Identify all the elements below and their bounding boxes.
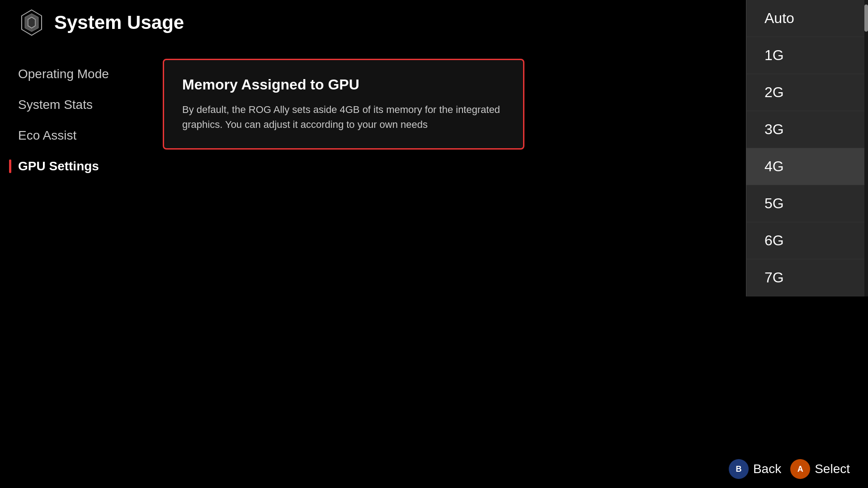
header: System Usage 98% — [0, 0, 868, 45]
sidebar-item-gpu-settings[interactable]: GPU Settings — [0, 151, 145, 182]
sidebar-item-operating-mode[interactable]: Operating Mode — [0, 59, 145, 89]
svg-marker-2 — [28, 17, 35, 28]
sidebar-item-system-stats[interactable]: System Stats — [0, 89, 145, 120]
memory-card: Memory Assigned to GPU By default, the R… — [163, 59, 524, 150]
scrollbar-thumb[interactable] — [864, 5, 868, 32]
select-button[interactable]: A Select — [790, 459, 850, 479]
dropdown-option-auto[interactable]: Auto — [746, 0, 868, 37]
dropdown-option-7g[interactable]: 7G — [746, 259, 868, 296]
sidebar-item-eco-assist[interactable]: Eco Assist — [0, 120, 145, 151]
back-label: Back — [753, 462, 781, 476]
dropdown-option-4g[interactable]: 4G — [746, 148, 868, 185]
scrollbar-track — [864, 0, 868, 296]
a-button-circle: A — [790, 459, 810, 479]
dropdown-option-2g[interactable]: 2G — [746, 74, 868, 111]
sidebar: Operating Mode System Stats Eco Assist G… — [0, 45, 145, 488]
dropdown-option-1g[interactable]: 1G — [746, 37, 868, 74]
main-layout: Operating Mode System Stats Eco Assist G… — [0, 45, 868, 488]
b-button-circle: B — [729, 459, 749, 479]
back-button[interactable]: B Back — [729, 459, 781, 479]
dropdown-option-6g[interactable]: 6G — [746, 222, 868, 259]
rog-logo — [18, 9, 45, 36]
memory-card-title: Memory Assigned to GPU — [182, 76, 505, 93]
dropdown-option-5g[interactable]: 5G — [746, 185, 868, 222]
memory-card-description: By default, the ROG Ally sets aside 4GB … — [182, 102, 505, 132]
bottom-bar: B Back A Select — [711, 450, 868, 488]
memory-dropdown: Auto 1G 2G 3G 4G 5G 6G 7G — [746, 0, 868, 296]
dropdown-option-3g[interactable]: 3G — [746, 111, 868, 148]
app-title: System Usage — [54, 12, 184, 33]
select-label: Select — [815, 462, 850, 476]
